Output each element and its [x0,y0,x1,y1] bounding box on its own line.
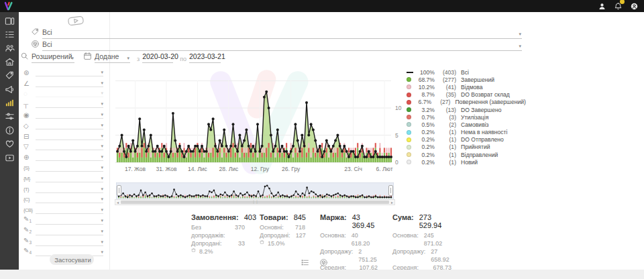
category-select[interactable]: Всі ▾ [42,28,522,39]
legend-swatch [407,122,415,127]
chevron-down-icon: ▾ [101,123,103,128]
disabled-filter-select[interactable]: ▾ [36,89,103,97]
legend-swatch [407,115,415,119]
filter-row-custom-2[interactable]: ✎2▾ [19,225,109,235]
sidebar-item-info[interactable] [0,125,19,138]
sidebar-item-store[interactable] [0,56,19,70]
stat-sub-value: 2 751.25 [358,247,378,264]
legend-percent: 68.7% [415,76,435,83]
var-m-select[interactable]: ▾ [36,174,103,182]
navigator-left-handle[interactable] [117,185,121,196]
chevron-down-icon: ▾ [101,186,103,192]
filter-row-var-s[interactable]: {S}▾ [19,161,109,172]
category-filter-row: Всі ▾ [31,27,522,39]
scroll-right-icon[interactable]: ▸ [391,200,393,205]
delivery-select[interactable]: ▾ [36,68,103,76]
filter-row-product-type[interactable]: ◇▾ [19,119,109,129]
structure-select[interactable]: ▾ [36,99,103,108]
payment-select[interactable]: ▾ [36,131,103,140]
payment-icon: ⊟ [23,133,36,140]
filter-row-funnel[interactable]: ▽▾ [19,140,109,151]
legend-count: (1) [435,144,456,150]
search-mode-select[interactable]: Розширений ▾ [32,52,74,63]
legend-item[interactable]: 0.5%(2)Самовивіз [407,121,526,128]
filter-row-fingerprint[interactable]: ◉▾ [19,108,109,119]
legend-item[interactable]: 3.2%(13)DO Завершено [407,106,526,113]
legend-item[interactable]: 0.2%(1)Новий [407,158,526,166]
apply-button[interactable]: Застосувати [50,254,94,265]
filter-row-var-m[interactable]: {М}▾ [19,172,109,182]
legend-item[interactable]: 0.2%(1)Прийнятий [407,144,526,151]
var-cv-select[interactable]: ▾ [36,205,103,214]
legend-item[interactable]: 68.7%(277)Завершений [407,76,526,83]
date-from-input[interactable]: 2020-03-20 [142,52,173,63]
custom-3-select[interactable]: ▾ [36,237,103,246]
legend-item[interactable]: 0.2%(1)Відправлений [407,151,526,158]
sidebar-item-integrations[interactable] [0,111,19,125]
assistant-icon[interactable] [598,1,606,10]
analytics-icon [5,98,15,111]
var-c-select[interactable]: ▾ [36,194,103,203]
date-field-select[interactable]: Додане ▾ [95,52,130,63]
measure-select[interactable]: ▾ [36,78,103,87]
navigator-right-handle[interactable] [388,185,393,196]
account-icon[interactable] [630,1,639,10]
app-logo-icon[interactable] [3,1,13,11]
filter-row-var-cv[interactable]: {СВ}▾ [19,203,109,214]
legend-label: Прийнятий [461,144,490,150]
scroll-left-icon[interactable]: ◂ [117,200,119,205]
region-select[interactable]: ▾ [36,152,103,161]
search-icon[interactable] [20,51,29,63]
calendar-icon[interactable] [83,51,92,63]
sidebar-item-tutorials[interactable] [0,152,19,166]
date-to-input[interactable]: 2023-03-21 [189,52,221,63]
sidebar-item-orders[interactable] [0,29,19,42]
sidebar-item-dashboard[interactable] [0,15,19,29]
sidebar-item-clients[interactable] [0,43,19,56]
custom-2-select[interactable]: ▾ [36,227,103,235]
info-icon [5,125,15,138]
sales-channel-icon[interactable] [67,15,85,27]
filter-row-var-t[interactable]: {Т}▾ [19,182,109,193]
legend-item[interactable]: 0.2%(1)Нема в наявності [407,129,526,136]
legend-item[interactable]: 6.7%(27)Повернення (завершений) [407,99,526,106]
scrollbar-thumb[interactable] [121,201,389,204]
fingerprint-select[interactable]: ▾ [36,110,103,119]
orders-chart[interactable]: 051017. Жов31. Жов14. Лис28. Лис12. Гру2… [115,64,408,177]
filter-row-measure[interactable]: ∠▾ [19,76,109,87]
sidebar-item-analytics[interactable] [0,97,19,111]
filter-row-var-c[interactable]: {С}▾ [19,193,109,204]
notifications-icon[interactable] [614,1,623,10]
product-type-select[interactable]: ▾ [36,121,103,129]
sidebar-item-partners[interactable] [0,139,19,152]
funnel-select[interactable]: ▾ [36,142,103,150]
product-select[interactable]: Всі ▾ [42,40,522,51]
legend-item[interactable]: 0.7%(3)Утилізація [407,113,526,121]
legend-item[interactable]: 10.2%(41)Відмова [407,83,526,91]
filter-row-structure[interactable]: ┬▾ [19,97,109,108]
filter-row-custom-3[interactable]: ✎3▾ [19,235,109,246]
legend-item[interactable]: 8.7%(35)DO Возврат склад [407,91,526,99]
product-box-icon [31,39,40,51]
products-globe-icon[interactable] [319,258,328,266]
legend-item[interactable]: 0.2%(1)DO Отправлено [407,136,526,144]
structure-icon: ┬ [23,101,36,108]
summary-list-icon[interactable] [301,258,309,266]
custom-1-select[interactable]: ▾ [36,216,103,225]
filter-row-custom-1[interactable]: ✎1▾ [19,214,109,225]
var-s-select[interactable]: ▾ [36,163,103,172]
chart-navigator[interactable] [116,182,394,200]
chart-scrollbar[interactable]: ◂ ▸ [115,199,395,205]
legend-item[interactable]: 100%(403)Всі [407,68,526,76]
category-tag-icon [31,27,40,39]
var-t-select[interactable]: ▾ [36,184,103,193]
chart-legend: 100%(403)Всі68.7%(277)Завершений10.2%(41… [407,68,526,166]
filter-row-region[interactable]: ⊕▾ [19,150,109,161]
filter-row-delivery[interactable]: ⊛▾ [19,66,109,76]
stat-title: Товари: [260,213,288,221]
sidebar-item-marketing[interactable] [0,84,19,97]
sidebar-item-price-tags[interactable] [0,70,19,84]
filter-row-payment[interactable]: ⊟▾ [19,129,109,140]
chevron-down-icon: ▾ [101,144,103,149]
filter-row-disabled-filter[interactable]: ◌▾ [19,87,109,98]
